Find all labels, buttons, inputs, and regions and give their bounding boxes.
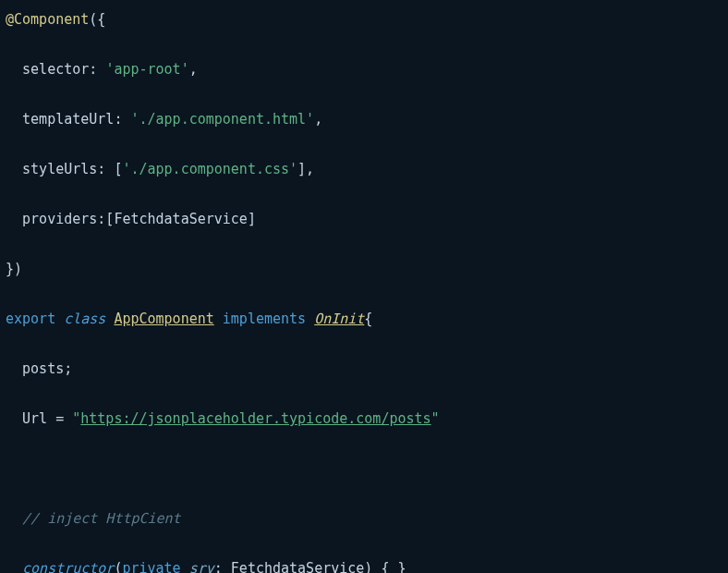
code-line: constructor(private srv: FetchdataServic… xyxy=(6,556,722,573)
code-editor[interactable]: @Component({ selector: 'app-root', templ… xyxy=(6,7,722,573)
code-line: @Component({ xyxy=(6,7,722,32)
code-line: posts; xyxy=(6,357,722,382)
code-line: templateUrl: './app.component.html', xyxy=(6,107,722,132)
code-line: // inject HttpCient xyxy=(6,506,722,531)
code-line: providers:[FetchdataService] xyxy=(6,207,722,232)
code-line xyxy=(6,457,722,482)
code-line: Url = "https://jsonplaceholder.typicode.… xyxy=(6,407,722,432)
code-line: }) xyxy=(6,257,722,282)
code-line: styleUrls: ['./app.component.css'], xyxy=(6,157,722,182)
code-line: selector: 'app-root', xyxy=(6,57,722,82)
code-line: export class AppComponent implements OnI… xyxy=(6,307,722,332)
